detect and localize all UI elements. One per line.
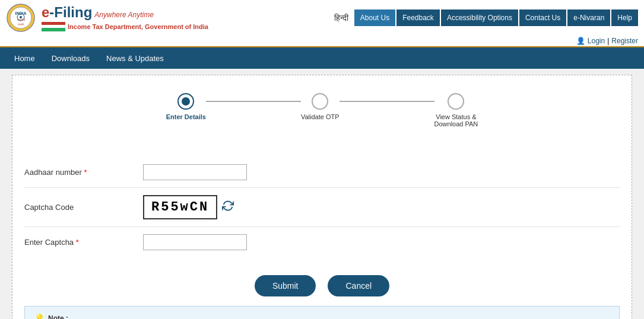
nav-news-updates[interactable]: News & Updates (98, 49, 172, 68)
header-top-row: INDIA सत्यमेव जयते e-Filing Anywhere Any… (0, 0, 644, 36)
step-enter-details: Enter Details (166, 93, 206, 120)
aadhaar-input[interactable] (143, 164, 247, 180)
efiling-logo: e-Filing (42, 4, 92, 21)
contact-us-button[interactable]: Contact Us (519, 9, 566, 26)
step-validate-otp: Validate OTP (301, 93, 340, 120)
aadhaar-row: Aadhaar number * (24, 157, 620, 188)
step-2-label: Validate OTP (301, 113, 340, 120)
nav-downloads[interactable]: Downloads (43, 49, 98, 68)
main-nav: Home Downloads News & Updates (0, 47, 644, 69)
dept-name: Income Tax Department, Government of Ind… (68, 23, 208, 30)
hindi-link[interactable]: हिन्दी (334, 13, 348, 23)
step-3-circle (448, 93, 464, 110)
stepper: Enter Details Validate OTP View Status &… (24, 87, 620, 133)
cancel-button[interactable]: Cancel (328, 275, 389, 296)
accessibility-options-button[interactable]: Accessibility Options (441, 9, 518, 26)
refresh-icon (222, 200, 234, 212)
step-1-label: Enter Details (166, 113, 206, 120)
captcha-image: R55wCN (143, 195, 217, 219)
content-area: Enter Details Validate OTP View Status &… (12, 75, 632, 319)
user-icon: 👤 (576, 37, 585, 45)
feedback-button[interactable]: Feedback (396, 9, 440, 26)
button-row: Submit Cancel (24, 275, 620, 296)
svg-text:जयते: जयते (17, 23, 24, 26)
step-3-label: View Status &Download PAN (434, 113, 478, 127)
bulb-icon: 💡 (34, 314, 45, 319)
logo-text-area: e-Filing Anywhere Anytime Income Tax Dep… (42, 4, 208, 31)
svg-rect-9 (42, 28, 65, 31)
aadhaar-required-marker: * (84, 168, 87, 177)
login-row: 👤 Login | Register (0, 36, 644, 46)
enter-captcha-row: Enter Captcha * (24, 227, 620, 257)
nav-home[interactable]: Home (6, 49, 43, 68)
step-1-circle (177, 93, 194, 110)
note-box: 💡 Note : OTP authentication is required … (24, 306, 620, 319)
step-view-status: View Status &Download PAN (434, 93, 478, 127)
about-us-button[interactable]: About Us (354, 9, 395, 26)
svg-point-6 (20, 16, 22, 18)
captcha-display-area: R55wCN (143, 195, 234, 219)
login-link[interactable]: Login (588, 37, 605, 45)
top-nav: हिन्दी About Us Feedback Accessibility O… (334, 9, 638, 26)
logo-area: INDIA सत्यमेव जयते e-Filing Anywhere Any… (6, 3, 334, 33)
captcha-code-row: Captcha Code R55wCN (24, 188, 620, 227)
e-nivaran-button[interactable]: e-Nivaran (567, 9, 610, 26)
step-line-1 (206, 101, 301, 102)
header: INDIA सत्यमेव जयते e-Filing Anywhere Any… (0, 0, 644, 47)
captcha-code-label: Captcha Code (24, 203, 143, 212)
register-link[interactable]: Register (611, 37, 638, 45)
flag-icon (42, 22, 65, 31)
step-2-circle (312, 93, 328, 110)
aadhaar-label: Aadhaar number * (24, 168, 143, 177)
refresh-captcha-button[interactable] (222, 200, 234, 215)
efiling-tagline: Anywhere Anytime (94, 11, 154, 19)
step-line-2 (340, 101, 434, 102)
note-title: 💡 Note : (34, 314, 610, 319)
captcha-required-marker: * (76, 238, 79, 247)
svg-rect-8 (42, 25, 65, 28)
emblem-icon: INDIA सत्यमेव जयते (6, 3, 36, 33)
separator: | (607, 37, 609, 45)
form-section: Aadhaar number * Captcha Code R55wCN (24, 151, 620, 263)
submit-button[interactable]: Submit (255, 275, 316, 296)
help-button[interactable]: Help (611, 9, 638, 26)
captcha-input[interactable] (143, 234, 247, 250)
enter-captcha-label: Enter Captcha * (24, 238, 143, 247)
svg-rect-7 (42, 22, 65, 25)
